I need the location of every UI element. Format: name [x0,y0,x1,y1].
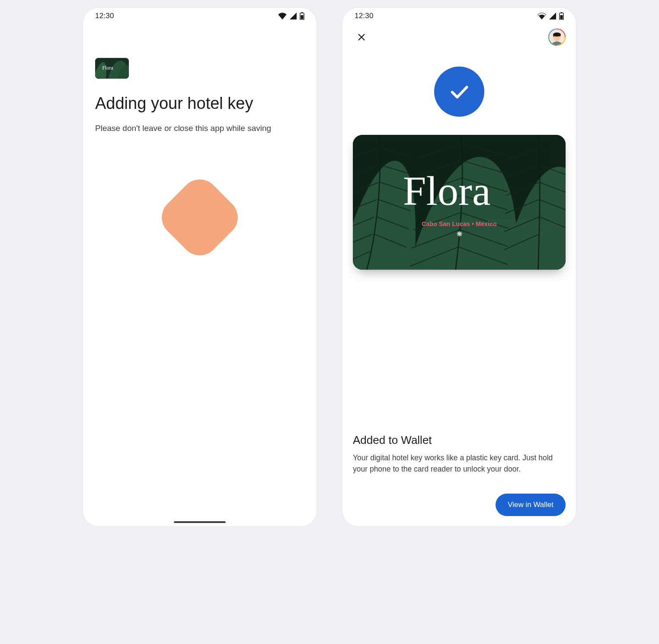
svg-text:Flora: Flora [102,65,113,71]
battery-icon [559,12,564,20]
battery-icon [300,12,304,20]
checkmark-icon [447,80,471,104]
card-location: Cabo San Lucas • Mexico [422,220,497,227]
close-icon [357,32,366,42]
result-title: Added to Wallet [353,434,566,447]
svg-rect-6 [561,12,562,13]
wifi-icon [537,13,546,19]
cellular-icon [289,13,297,19]
status-time: 12:30 [95,12,114,20]
success-indicator [434,67,484,117]
svg-rect-2 [301,15,304,19]
profile-avatar[interactable] [548,29,566,46]
snowflake-icon: ❋ [457,230,462,238]
phone-added: 12:30 [342,8,576,526]
hotel-key-card[interactable]: Flora Cabo San Lucas • Mexico ❋ [353,135,566,270]
status-icons [537,12,564,20]
phone-adding: 12:30 Flora Adding your hotel key Please… [83,8,317,526]
svg-rect-7 [560,15,563,19]
svg-rect-1 [301,12,303,13]
page-subtitle: Please don't leave or close this app whi… [95,124,304,133]
cellular-icon [549,13,557,19]
loading-indicator [154,172,246,263]
status-icons [278,12,304,20]
brand-thumbnail: Flora [95,58,129,79]
wifi-icon [278,13,287,19]
avatar-image [549,29,565,45]
status-bar: 12:30 [83,8,317,22]
page-title: Adding your hotel key [95,94,304,113]
status-bar: 12:30 [342,8,576,22]
result-body: Your digital hotel key works like a plas… [353,452,566,475]
svg-text:Flora: Flora [403,168,491,214]
home-indicator[interactable] [174,521,226,523]
view-in-wallet-button[interactable]: View in Wallet [496,494,566,516]
close-button[interactable] [353,29,370,46]
status-time: 12:30 [355,12,374,20]
brand-logo: Flora [394,167,524,219]
brand-logo-small: Flora [102,64,122,73]
